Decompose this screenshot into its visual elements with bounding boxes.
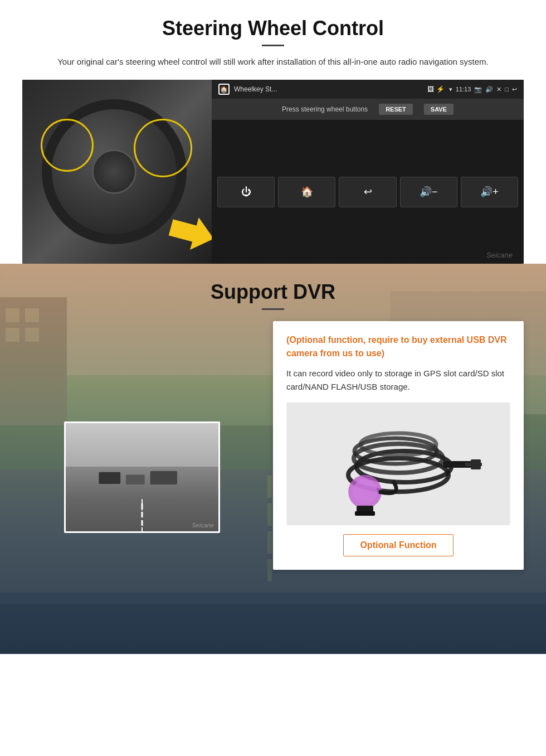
android-screen: 🏠 Wheelkey St... 🖼 ⚡ ▾ 11:13 📷 🔊 ✕ □ ↩ P…: [212, 80, 524, 264]
statusbar-img-icon: 🖼 ⚡: [427, 85, 444, 93]
statusbar-icons: ▾ 11:13 📷 🔊 ✕ □ ↩: [449, 86, 517, 93]
app-name: Wheelkey St...: [234, 85, 423, 93]
close-icon: ✕: [496, 86, 501, 93]
steering-title: Steering Wheel Control: [22, 17, 524, 40]
function-buttons-row: ⏻ 🏠 ↩ 🔊− 🔊+: [212, 120, 524, 264]
home-icon: 🏠: [218, 84, 230, 95]
seicane-watermark-thumb: Seicane: [192, 522, 214, 529]
steering-title-divider: [262, 45, 284, 46]
dvr-title-divider: [262, 308, 284, 310]
svg-rect-21: [150, 471, 177, 484]
statusbar-time: 11:13: [456, 86, 471, 93]
dvr-optional-notice: (Optional function, require to buy exter…: [286, 333, 510, 360]
android-statusbar: 🏠 Wheelkey St... 🖼 ⚡ ▾ 11:13 📷 🔊 ✕ □ ↩: [212, 80, 524, 99]
camera-icon: 📷: [474, 86, 482, 93]
seicane-watermark-1: Seicane: [486, 251, 513, 259]
thumb-sky: [66, 423, 218, 467]
dvr-title: Support DVR: [22, 280, 524, 304]
vol-up-button[interactable]: 🔊+: [461, 177, 518, 207]
steering-highlight-right: [134, 119, 192, 177]
steering-wheel-center: [92, 149, 136, 194]
steering-section: Steering Wheel Control Your original car…: [0, 0, 546, 264]
back-icon: ↩: [512, 86, 517, 93]
svg-point-33: [353, 479, 377, 504]
power-button[interactable]: ⏻: [217, 177, 275, 207]
dvr-info-card: (Optional function, require to buy exter…: [273, 321, 524, 570]
dvr-camera-product-image: [286, 403, 510, 525]
square-icon: □: [505, 86, 509, 93]
home-button[interactable]: 🏠: [278, 177, 335, 207]
dvr-content: Support DVR Seicane: [0, 264, 546, 592]
volume-icon: 🔊: [485, 86, 493, 93]
wifi-icon: ▾: [449, 86, 452, 93]
steering-composite-image: 🏠 Wheelkey St... 🖼 ⚡ ▾ 11:13 📷 🔊 ✕ □ ↩ P…: [22, 80, 524, 264]
android-toolbar: Press steering wheel buttons RESET SAVE: [212, 99, 524, 120]
optional-function-button[interactable]: Optional Function: [343, 534, 454, 556]
reset-button[interactable]: RESET: [379, 104, 413, 115]
toolbar-prompt: Press steering wheel buttons: [282, 105, 368, 113]
dvr-description: It can record video only to storage in G…: [286, 367, 510, 394]
svg-rect-31: [471, 459, 481, 469]
svg-rect-19: [99, 472, 120, 483]
steering-wheel-area: [22, 80, 228, 264]
dvr-left-column: Seicane: [22, 321, 262, 533]
steering-wheel-visual: [31, 88, 220, 255]
dvr-camera-thumbnail: Seicane: [64, 421, 220, 533]
yellow-arrow: [167, 211, 218, 255]
svg-rect-20: [126, 474, 145, 484]
vol-down-button[interactable]: 🔊−: [400, 177, 457, 207]
save-button[interactable]: SAVE: [424, 104, 454, 115]
steering-highlight-left: [41, 119, 94, 172]
dvr-main-row: Seicane (Optional function, require to b…: [22, 321, 524, 570]
svg-rect-35: [355, 511, 375, 516]
back-button[interactable]: ↩: [339, 177, 396, 207]
dvr-section: Support DVR Seicane: [0, 264, 546, 654]
steering-description: Your original car's steering wheel contr…: [22, 55, 524, 69]
